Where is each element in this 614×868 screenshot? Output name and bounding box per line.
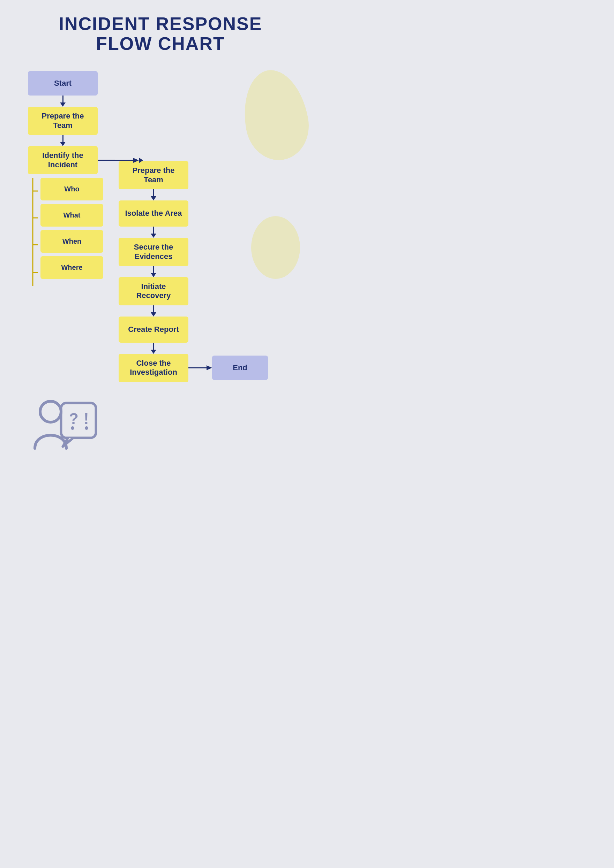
initiate-recovery-box: Initiate Recovery bbox=[119, 277, 188, 305]
person-chat-icon: ? ! bbox=[28, 392, 98, 462]
svg-point-13 bbox=[71, 426, 74, 430]
svg-point-9 bbox=[40, 401, 61, 422]
start-box: Start bbox=[28, 71, 98, 96]
end-box: End bbox=[212, 356, 268, 380]
bottom-section: ? ! bbox=[14, 392, 307, 463]
arrow-down-r5 bbox=[151, 343, 156, 354]
arrow-down-r3 bbox=[151, 266, 156, 277]
sub-boxes: Who What When Where bbox=[40, 178, 103, 286]
create-report-box: Create Report bbox=[119, 316, 188, 343]
sub-items-container: Who What When Where bbox=[25, 178, 101, 286]
arrow-down-r1 bbox=[151, 189, 156, 200]
bracket-svg bbox=[28, 178, 38, 286]
svg-marker-8 bbox=[207, 365, 212, 370]
secure-evidences-box: Secure the Evidences bbox=[119, 238, 188, 266]
what-box: What bbox=[40, 204, 103, 226]
prepare-team-box-1: Prepare the Team bbox=[28, 107, 98, 135]
arrow-right-to-end-svg bbox=[188, 364, 212, 371]
where-box: Where bbox=[40, 256, 103, 279]
svg-text:!: ! bbox=[84, 410, 89, 427]
svg-marker-1 bbox=[133, 158, 139, 163]
arrow-right-svg bbox=[115, 157, 139, 164]
svg-text:?: ? bbox=[69, 410, 78, 427]
close-investigation-box: Close the Investigation bbox=[119, 354, 188, 382]
identify-incident-box: Identify the Incident bbox=[28, 146, 98, 174]
when-box: When bbox=[40, 230, 103, 253]
arrow-down-r4 bbox=[151, 305, 156, 316]
prepare-team-box-2: Prepare the Team bbox=[119, 161, 188, 189]
right-flow-column: Prepare the Team Isolate the Area Secure… bbox=[115, 161, 192, 382]
page-title: INCIDENT RESPONSE FLOW CHART bbox=[14, 14, 307, 54]
arrow-down-2 bbox=[60, 135, 65, 146]
left-flow-column: Start Prepare the Team Identify the Inci… bbox=[25, 71, 101, 286]
svg-rect-10 bbox=[61, 403, 96, 438]
svg-point-14 bbox=[85, 426, 88, 430]
arrow-right-to-prepare bbox=[98, 157, 143, 164]
arrow-down-r2 bbox=[151, 226, 156, 238]
arrow-down-1 bbox=[60, 96, 65, 107]
who-box: Who bbox=[40, 178, 103, 200]
isolate-area-box: Isolate the Area bbox=[119, 200, 188, 226]
